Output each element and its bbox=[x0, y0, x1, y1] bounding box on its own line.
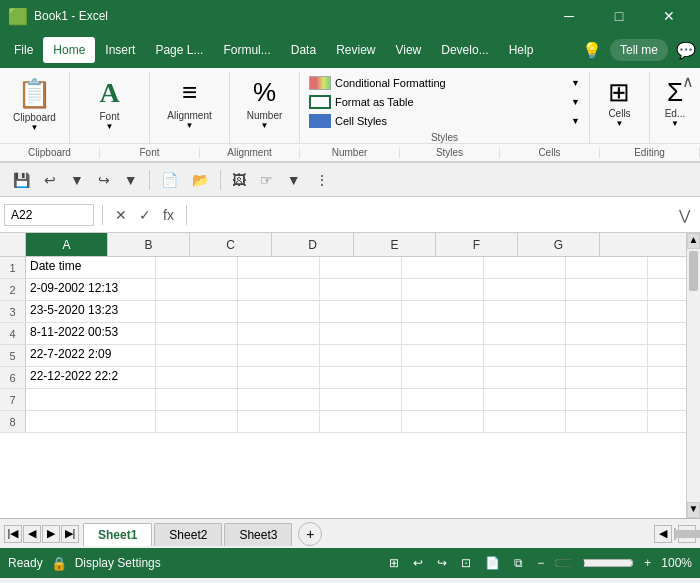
conditional-formatting-button[interactable]: Conditional Formatting ▼ bbox=[306, 74, 583, 92]
cell-e3[interactable] bbox=[402, 301, 484, 322]
menu-insert[interactable]: Insert bbox=[95, 37, 145, 63]
cell-d3[interactable] bbox=[320, 301, 402, 322]
ribbon-collapse-button[interactable]: ∧ bbox=[682, 72, 694, 91]
vertical-scrollbar[interactable]: ▲ ▼ bbox=[686, 233, 700, 518]
save-button[interactable]: 💾 bbox=[8, 169, 35, 191]
tab-first-button[interactable]: |◀ bbox=[4, 525, 22, 543]
col-header-a[interactable]: A bbox=[26, 233, 108, 256]
h-scroll-thumb[interactable] bbox=[675, 530, 700, 538]
cells-button[interactable]: ⊞ Cells ▼ bbox=[603, 74, 635, 131]
cell-b6[interactable] bbox=[156, 367, 238, 388]
cell-f3[interactable] bbox=[484, 301, 566, 322]
cell-d2[interactable] bbox=[320, 279, 402, 300]
cell-g8[interactable] bbox=[566, 411, 648, 432]
more-toolbar-button[interactable]: ▼ bbox=[282, 169, 306, 191]
cell-f2[interactable] bbox=[484, 279, 566, 300]
normal-view-button[interactable]: ⊡ bbox=[457, 554, 475, 572]
number-button[interactable]: % Number ▼ bbox=[240, 74, 290, 133]
cell-e2[interactable] bbox=[402, 279, 484, 300]
format-as-table-button[interactable]: Format as Table ▼ bbox=[306, 93, 583, 111]
menu-file[interactable]: File bbox=[4, 37, 43, 63]
row-number-1[interactable]: 1 bbox=[0, 257, 26, 278]
tab-prev-button[interactable]: ◀ bbox=[23, 525, 41, 543]
cell-d1[interactable] bbox=[320, 257, 402, 278]
cell-a7[interactable] bbox=[26, 389, 156, 410]
formula-input[interactable] bbox=[195, 206, 669, 224]
redo-caret-button[interactable]: ▼ bbox=[119, 169, 143, 191]
new-sheet-button[interactable]: 📄 bbox=[156, 169, 183, 191]
cell-b5[interactable] bbox=[156, 345, 238, 366]
tell-me-box[interactable]: Tell me bbox=[610, 39, 668, 61]
redo-status-button[interactable]: ↪ bbox=[433, 554, 451, 572]
redo-button[interactable]: ↪ bbox=[93, 169, 115, 191]
cell-g6[interactable] bbox=[566, 367, 648, 388]
minimize-button[interactable]: ─ bbox=[546, 0, 592, 32]
col-header-d[interactable]: D bbox=[272, 233, 354, 256]
col-header-e[interactable]: E bbox=[354, 233, 436, 256]
cell-b3[interactable] bbox=[156, 301, 238, 322]
cell-a8[interactable] bbox=[26, 411, 156, 432]
cell-g7[interactable] bbox=[566, 389, 648, 410]
cell-b4[interactable] bbox=[156, 323, 238, 344]
menu-help[interactable]: Help bbox=[499, 37, 544, 63]
undo-button[interactable]: ↩ bbox=[39, 169, 61, 191]
autofit-button[interactable]: ⋮ bbox=[310, 169, 334, 191]
page-break-view-button[interactable]: ⧉ bbox=[510, 554, 527, 572]
cell-c1[interactable] bbox=[238, 257, 320, 278]
cell-e5[interactable] bbox=[402, 345, 484, 366]
menu-page-layout[interactable]: Page L... bbox=[145, 37, 213, 63]
font-button[interactable]: A Font ▼ bbox=[85, 74, 135, 134]
formula-expand-button[interactable]: ⋁ bbox=[673, 205, 696, 225]
cell-d6[interactable] bbox=[320, 367, 402, 388]
cell-b1[interactable] bbox=[156, 257, 238, 278]
sheet-tab-sheet3[interactable]: Sheet3 bbox=[224, 523, 292, 546]
cell-f8[interactable] bbox=[484, 411, 566, 432]
close-button[interactable]: ✕ bbox=[646, 0, 692, 32]
scroll-track[interactable] bbox=[687, 249, 700, 502]
comment-icon[interactable]: 💬 bbox=[676, 41, 696, 60]
col-header-b[interactable]: B bbox=[108, 233, 190, 256]
sheet-tab-sheet1[interactable]: Sheet1 bbox=[83, 523, 152, 546]
cell-a5[interactable]: 22-7-2022 2:09 bbox=[26, 345, 156, 366]
zoom-in-button[interactable]: + bbox=[640, 554, 655, 572]
cell-e6[interactable] bbox=[402, 367, 484, 388]
cell-g1[interactable] bbox=[566, 257, 648, 278]
row-number-7[interactable]: 7 bbox=[0, 389, 26, 410]
cell-e8[interactable] bbox=[402, 411, 484, 432]
touch-mode-button[interactable]: ☞ bbox=[255, 169, 278, 191]
add-sheet-button[interactable]: + bbox=[298, 522, 322, 546]
undo-caret-button[interactable]: ▼ bbox=[65, 169, 89, 191]
insert-function-button[interactable]: fx bbox=[159, 205, 178, 225]
cell-c3[interactable] bbox=[238, 301, 320, 322]
menu-developer[interactable]: Develo... bbox=[431, 37, 498, 63]
menu-formulas[interactable]: Formul... bbox=[213, 37, 280, 63]
cell-c5[interactable] bbox=[238, 345, 320, 366]
scroll-up-button[interactable]: ▲ bbox=[687, 233, 700, 249]
tab-next-button[interactable]: ▶ bbox=[42, 525, 60, 543]
cell-d7[interactable] bbox=[320, 389, 402, 410]
cell-g5[interactable] bbox=[566, 345, 648, 366]
menu-review[interactable]: Review bbox=[326, 37, 385, 63]
col-header-g[interactable]: G bbox=[518, 233, 600, 256]
menu-view[interactable]: View bbox=[385, 37, 431, 63]
cell-g2[interactable] bbox=[566, 279, 648, 300]
row-number-4[interactable]: 4 bbox=[0, 323, 26, 344]
row-number-2[interactable]: 2 bbox=[0, 279, 26, 300]
menu-data[interactable]: Data bbox=[281, 37, 326, 63]
cell-d8[interactable] bbox=[320, 411, 402, 432]
cell-b2[interactable] bbox=[156, 279, 238, 300]
display-settings-button[interactable]: Display Settings bbox=[75, 556, 161, 570]
cell-g4[interactable] bbox=[566, 323, 648, 344]
col-header-c[interactable]: C bbox=[190, 233, 272, 256]
scroll-thumb[interactable] bbox=[689, 251, 698, 291]
scroll-down-button[interactable]: ▼ bbox=[687, 502, 700, 518]
cell-c7[interactable] bbox=[238, 389, 320, 410]
cell-g3[interactable] bbox=[566, 301, 648, 322]
cell-d5[interactable] bbox=[320, 345, 402, 366]
row-number-8[interactable]: 8 bbox=[0, 411, 26, 432]
alignment-button[interactable]: ≡ Alignment ▼ bbox=[162, 74, 216, 133]
menu-home[interactable]: Home bbox=[43, 37, 95, 63]
tab-last-button[interactable]: ▶| bbox=[61, 525, 79, 543]
screenshot-button[interactable]: 🖼 bbox=[227, 169, 251, 191]
cell-c8[interactable] bbox=[238, 411, 320, 432]
